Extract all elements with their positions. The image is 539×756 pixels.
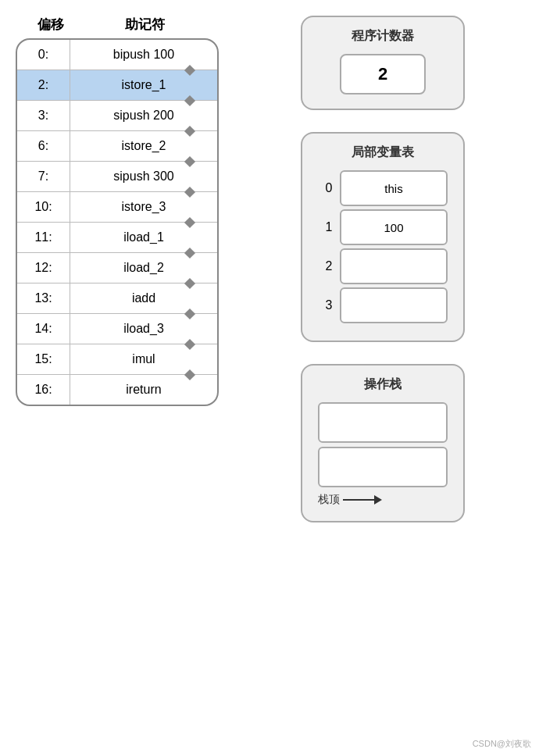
bytecode-header: 偏移 助记符 (16, 16, 219, 34)
mnemonic-cell: sipush 300 (70, 162, 217, 191)
table-row: 10:istore_3 (17, 192, 217, 223)
mnemonic-cell: sipush 200 (70, 101, 217, 130)
mnemonic-cell: imul (70, 344, 217, 374)
arrow-line (343, 499, 374, 501)
stack-cells (318, 402, 448, 491)
stack-cell (318, 402, 448, 443)
offset-cell: 2: (17, 70, 70, 100)
offset-cell: 14: (17, 314, 70, 344)
mnemonic-cell: iadd (70, 284, 217, 313)
local-index: 3 (318, 298, 340, 312)
table-row: 11:iload_1 (17, 223, 217, 253)
mnemonic-cell: istore_2 (70, 131, 217, 161)
watermark: CSDN@刘夜歌 (473, 738, 531, 750)
table-row: 0:bipush 100 (17, 40, 217, 70)
right-panel: 程序计数器 2 局部变量表 0this110023 操作栈 栈顶 (242, 16, 523, 522)
local-value (340, 248, 448, 284)
locals-table: 0this110023 (318, 170, 448, 326)
offset-cell: 16: (17, 375, 70, 405)
offset-cell: 11: (17, 223, 70, 252)
mnemonic-cell: iload_3 (70, 314, 217, 344)
table-row: 7:sipush 300 (17, 162, 217, 192)
mnemonic-cell: iload_1 (70, 223, 217, 252)
locals-title: 局部变量表 (352, 144, 414, 161)
pc-value: 2 (340, 54, 426, 94)
page-container: 偏移 助记符 0:bipush 1002:istore_13:sipush 20… (0, 0, 539, 756)
table-row: 15:imul (17, 344, 217, 375)
local-variable-panel: 局部变量表 0this110023 (301, 132, 465, 342)
stack-title: 操作栈 (364, 376, 402, 393)
list-item: 3 (318, 287, 448, 323)
table-row: 14:iload_3 (17, 314, 217, 344)
stack-arrow (343, 495, 382, 505)
table-row: 16:ireturn (17, 375, 217, 405)
local-value: this (340, 170, 448, 206)
table-row: 6:istore_2 (17, 131, 217, 162)
table-row: 2:istore_1 (17, 70, 217, 101)
local-index: 0 (318, 181, 340, 195)
list-item: 1100 (318, 209, 448, 245)
pc-title: 程序计数器 (352, 28, 414, 45)
local-index: 2 (318, 259, 340, 273)
mnemonic-cell: istore_1 (70, 70, 217, 100)
offset-cell: 15: (17, 344, 70, 374)
mnemonic-cell: ireturn (70, 375, 217, 405)
offset-cell: 3: (17, 101, 70, 130)
stack-cell (318, 447, 448, 487)
bytecode-panel: 偏移 助记符 0:bipush 1002:istore_13:sipush 20… (16, 16, 219, 406)
table-row: 13:iadd (17, 284, 217, 314)
operand-stack-panel: 操作栈 栈顶 (301, 364, 465, 522)
bytecode-table: 0:bipush 1002:istore_13:sipush 2006:isto… (16, 38, 219, 406)
mnemonic-cell: bipush 100 (70, 40, 217, 70)
stack-bottom-row: 栈顶 (318, 493, 448, 507)
offset-cell: 12: (17, 253, 70, 283)
offset-cell: 10: (17, 192, 70, 222)
program-counter-panel: 程序计数器 2 (301, 16, 465, 110)
list-item: 0this (318, 170, 448, 206)
offset-header: 偏移 (23, 16, 78, 34)
local-value (340, 287, 448, 323)
mnemonic-header: 助记符 (78, 16, 211, 34)
list-item: 2 (318, 248, 448, 284)
stack-top-label: 栈顶 (318, 493, 340, 507)
mnemonic-cell: istore_3 (70, 192, 217, 222)
table-row: 3:sipush 200 (17, 101, 217, 131)
mnemonic-cell: iload_2 (70, 253, 217, 283)
offset-cell: 0: (17, 40, 70, 70)
local-value: 100 (340, 209, 448, 245)
offset-cell: 6: (17, 131, 70, 161)
table-row: 12:iload_2 (17, 253, 217, 284)
offset-cell: 7: (17, 162, 70, 191)
offset-cell: 13: (17, 284, 70, 313)
arrow-head (374, 495, 382, 505)
local-index: 1 (318, 220, 340, 234)
